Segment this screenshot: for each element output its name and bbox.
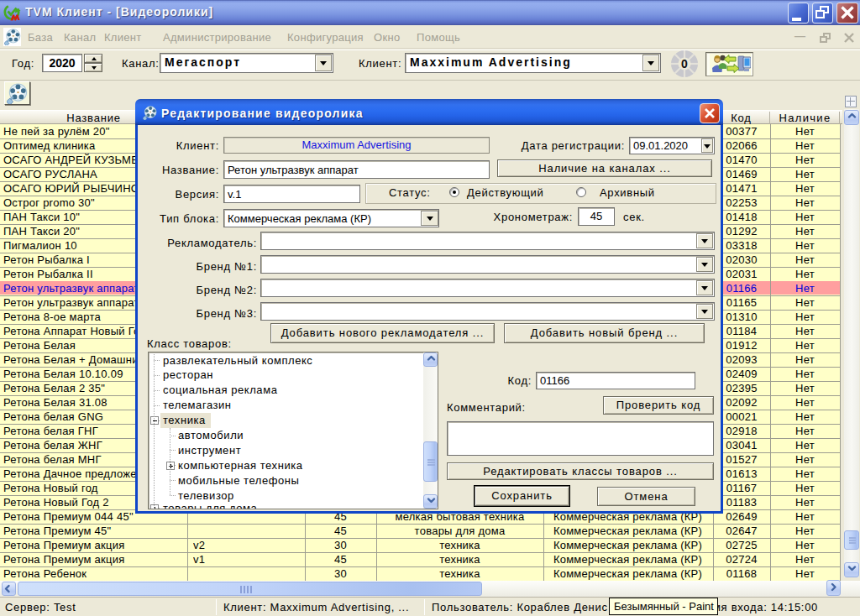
svg-text:0: 0 <box>681 57 688 70</box>
